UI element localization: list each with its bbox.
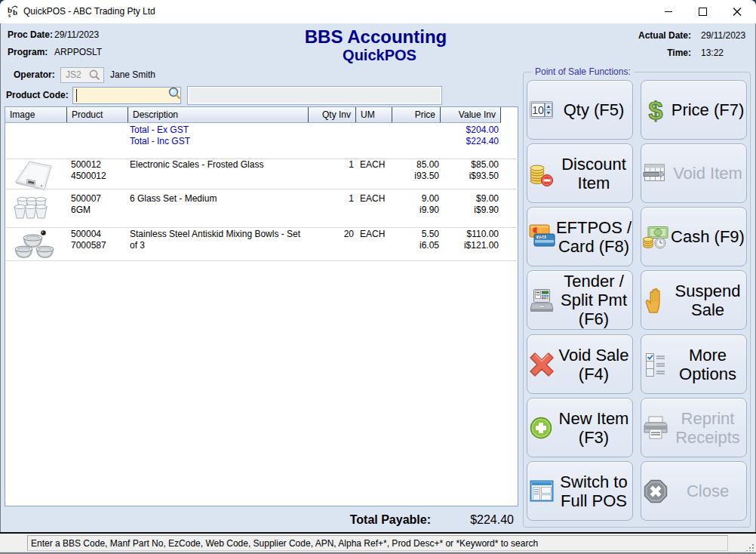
svg-text:$: $: [648, 97, 662, 123]
svg-text:10: 10: [532, 104, 544, 116]
svg-text:VISA: VISA: [537, 235, 545, 239]
svg-text:b: b: [13, 8, 17, 17]
svg-text:s: s: [8, 12, 11, 19]
